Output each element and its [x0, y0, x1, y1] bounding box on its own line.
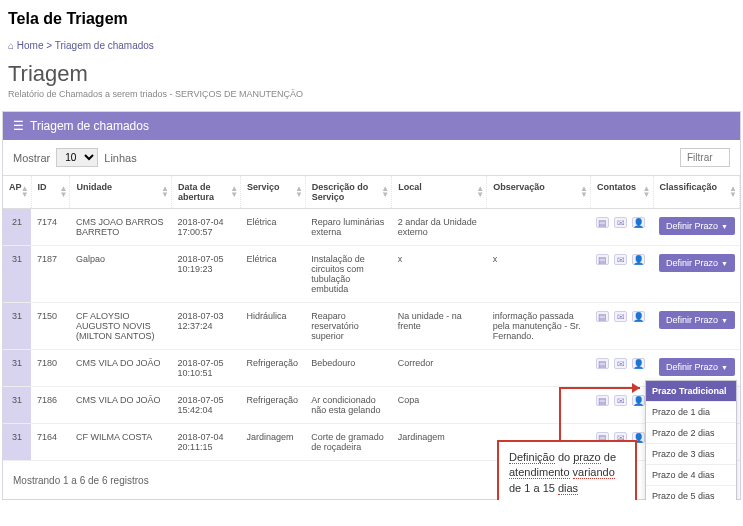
col-contatos[interactable]: Contatos▲▼ [590, 176, 653, 209]
chevron-down-icon: ▼ [721, 260, 728, 267]
cell-servico: Elétrica [241, 209, 306, 246]
cell-local: Copa [392, 387, 487, 424]
chevron-down-icon: ▼ [721, 223, 728, 230]
cell-classificacao: Definir Prazo ▼ [653, 246, 739, 303]
table-info: Mostrando 1 a 6 de 6 registros [13, 475, 149, 486]
contact-card-icon[interactable]: ▤ [596, 254, 609, 265]
cell-descricao: Reparo luminárias externa [305, 209, 391, 246]
definir-prazo-button[interactable]: Definir Prazo ▼ [659, 217, 735, 235]
cell-id: 7187 [31, 246, 70, 303]
cell-unidade: Galpao [70, 246, 172, 303]
cell-id: 7150 [31, 303, 70, 350]
definir-prazo-button[interactable]: Definir Prazo ▼ [659, 358, 735, 376]
cell-unidade: CF ALOYSIO AUGUSTO NOVIS (MILTON SANTOS) [70, 303, 172, 350]
cell-contatos: ▤✉👤 [590, 350, 653, 387]
cell-abertura: 2018-07-04 20:11:15 [171, 424, 240, 461]
home-icon: ⌂ [8, 40, 14, 51]
cell-id: 7180 [31, 350, 70, 387]
cell-descricao: Ar condicionado não esta gelando [305, 387, 391, 424]
cell-contatos: ▤✉👤 [590, 303, 653, 350]
col-abertura[interactable]: Data de abertura▲▼ [171, 176, 240, 209]
filter-input[interactable] [680, 148, 730, 167]
cell-ap: 31 [3, 387, 31, 424]
cell-ap: 31 [3, 350, 31, 387]
contact-card-icon[interactable]: ▤ [596, 358, 609, 369]
page-title: Triagem [0, 61, 743, 87]
table-row: 317187Galpao2018-07-05 10:19:23ElétricaI… [3, 246, 740, 303]
cell-abertura: 2018-07-03 12:37:24 [171, 303, 240, 350]
mail-icon[interactable]: ✉ [614, 311, 627, 322]
cell-observacao [487, 350, 591, 387]
col-id[interactable]: ID▲▼ [31, 176, 70, 209]
table-row: 317180CMS VILA DO JOÃO2018-07-05 10:10:5… [3, 350, 740, 387]
breadcrumb-home[interactable]: Home [17, 40, 44, 51]
cell-observacao [487, 209, 591, 246]
cell-classificacao: Definir Prazo ▼ [653, 209, 739, 246]
page-top-title: Tela de Triagem [0, 0, 743, 34]
col-ap[interactable]: AP▲▼ [3, 176, 31, 209]
col-unidade[interactable]: Unidade▲▼ [70, 176, 172, 209]
cell-unidade: CMS VILA DO JOÃO [70, 350, 172, 387]
dropdown-item[interactable]: Prazo de 4 dias [646, 464, 736, 485]
breadcrumb-current[interactable]: Triagem de chamados [55, 40, 154, 51]
definir-prazo-button[interactable]: Definir Prazo ▼ [659, 254, 735, 272]
table-row: 217174CMS JOAO BARROS BARRETO2018-07-04 … [3, 209, 740, 246]
breadcrumb: ⌂ Home > Triagem de chamados [0, 34, 743, 57]
contact-card-icon[interactable]: ▤ [596, 217, 609, 228]
person-icon[interactable]: 👤 [632, 254, 645, 265]
mail-icon[interactable]: ✉ [614, 395, 627, 406]
cell-unidade: CMS VILA DO JOÃO [70, 387, 172, 424]
cell-id: 7174 [31, 209, 70, 246]
definir-prazo-button[interactable]: Definir Prazo ▼ [659, 311, 735, 329]
cell-contatos: ▤✉👤 [590, 209, 653, 246]
person-icon[interactable]: 👤 [632, 395, 645, 406]
mail-icon[interactable]: ✉ [614, 254, 627, 265]
cell-observacao [487, 387, 591, 424]
cell-descricao: Instalação de circuitos com tubulação em… [305, 246, 391, 303]
section-header: ☰ Triagem de chamados [3, 112, 740, 140]
dropdown-item[interactable]: Prazo de 2 dias [646, 422, 736, 443]
col-observacao[interactable]: Observação▲▼ [487, 176, 591, 209]
dropdown-item[interactable]: Prazo de 1 dia [646, 401, 736, 422]
cell-local: Corredor [392, 350, 487, 387]
page-subtitle: Relatório de Chamados a serem triados - … [0, 87, 743, 111]
dropdown-item[interactable]: Prazo de 5 dias [646, 485, 736, 500]
cell-local: Jardinagem [392, 424, 487, 461]
col-classificacao[interactable]: Classificação▲▼ [653, 176, 739, 209]
triage-table: AP▲▼ ID▲▼ Unidade▲▼ Data de abertura▲▼ S… [3, 175, 740, 461]
person-icon[interactable]: 👤 [632, 311, 645, 322]
section-title: Triagem de chamados [30, 119, 149, 133]
cell-observacao: x [487, 246, 591, 303]
cell-ap: 21 [3, 209, 31, 246]
cell-ap: 31 [3, 303, 31, 350]
person-icon[interactable]: 👤 [632, 358, 645, 369]
dropdown-item[interactable]: Prazo de 3 dias [646, 443, 736, 464]
mail-icon[interactable]: ✉ [614, 358, 627, 369]
cell-local: x [392, 246, 487, 303]
cell-ap: 31 [3, 246, 31, 303]
mail-icon[interactable]: ✉ [614, 217, 627, 228]
contact-card-icon[interactable]: ▤ [596, 395, 609, 406]
cell-servico: Refrigeração [241, 350, 306, 387]
cell-abertura: 2018-07-05 10:19:23 [171, 246, 240, 303]
person-icon[interactable]: 👤 [632, 217, 645, 228]
col-descricao[interactable]: Descrição do Serviço▲▼ [305, 176, 391, 209]
contact-card-icon[interactable]: ▤ [596, 311, 609, 322]
cell-abertura: 2018-07-04 17:00:57 [171, 209, 240, 246]
cell-classificacao: Definir Prazo ▼ [653, 303, 739, 350]
cell-descricao: Bebedouro [305, 350, 391, 387]
page-size-select[interactable]: 10 [56, 148, 98, 167]
prazo-dropdown: Prazo Tradicional Prazo de 1 diaPrazo de… [645, 380, 737, 500]
col-servico[interactable]: Serviço▲▼ [241, 176, 306, 209]
list-icon: ☰ [13, 119, 24, 133]
col-local[interactable]: Local▲▼ [392, 176, 487, 209]
cell-descricao: Reaparo reservatório superior [305, 303, 391, 350]
chevron-down-icon: ▼ [721, 364, 728, 371]
cell-unidade: CF WILMA COSTA [70, 424, 172, 461]
annotation-callout: Definição do prazo de atendimento varian… [497, 440, 637, 500]
cell-servico: Jardinagem [241, 424, 306, 461]
cell-contatos: ▤✉👤 [590, 387, 653, 424]
cell-local: 2 andar da Unidade externo [392, 209, 487, 246]
cell-local: Na unidade - na frente [392, 303, 487, 350]
cell-unidade: CMS JOAO BARROS BARRETO [70, 209, 172, 246]
